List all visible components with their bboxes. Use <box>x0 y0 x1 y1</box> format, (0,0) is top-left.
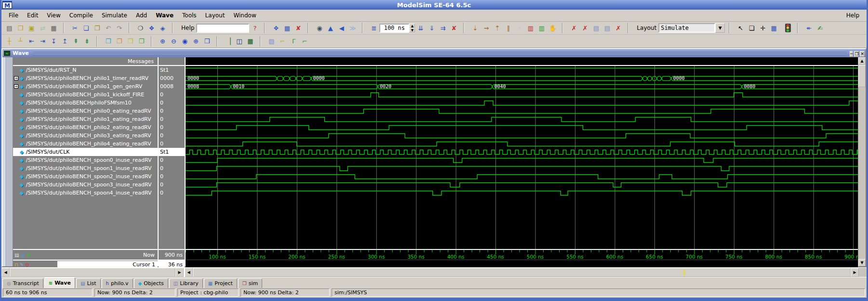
menu-item-layout[interactable]: Layout <box>201 11 229 20</box>
tab-wave[interactable]: ≋Wave <box>44 277 75 288</box>
zoom-full-icon[interactable]: ◉ <box>179 36 190 47</box>
compile-all-icon[interactable]: ▩ <box>281 23 293 34</box>
signal-row[interactable]: ◆/SIMSYS/dut/CLK <box>13 148 158 156</box>
title-bar[interactable]: M ModelSim SE-64 6.5c <box>1 0 867 10</box>
add-cursor-icon[interactable]: ┼ <box>4 36 15 47</box>
prev-transition-icon[interactable]: ⇤ <box>26 36 37 47</box>
signal-row[interactable]: ◆/SIMSYS/dut/philoBENCH_spoon2_inuse_rea… <box>13 172 158 181</box>
profile-icon[interactable]: ▥ <box>525 23 536 34</box>
zoom-mode-icon[interactable]: ❏ <box>746 23 757 34</box>
step-pause-icon[interactable]: ∥ <box>503 23 514 34</box>
find-signal-icon[interactable]: ❐ <box>103 36 114 47</box>
layout-select[interactable]: Simulate <box>658 23 715 33</box>
run-continue-icon[interactable]: ⇓ <box>426 23 437 34</box>
kill-all-icon[interactable]: ✗ <box>613 23 624 34</box>
prev-falling-edge-icon[interactable]: ↧ <box>48 36 59 47</box>
wave-vertical-scrollbar[interactable]: ▲ ▼ <box>858 57 866 266</box>
tab-library[interactable]: ◫Library <box>169 278 203 288</box>
signal-row[interactable]: ◆/SIMSYS/dut/philoBENCH_spoon4_inuse_rea… <box>13 189 158 197</box>
restart-icon[interactable]: ▲ <box>325 23 336 34</box>
print-icon[interactable]: ▦ <box>48 23 59 34</box>
zoom-last-icon[interactable]: ▥ <box>20 252 25 258</box>
names-scroll-right-icon[interactable]: ▶ <box>175 268 184 277</box>
scroll-down-icon[interactable]: ▼ <box>858 259 866 266</box>
kill-left-icon[interactable]: ✗ <box>568 23 579 34</box>
open-folder-icon[interactable]: ❒ <box>15 23 26 34</box>
collapse-time-icon[interactable]: Γ <box>288 36 299 47</box>
memory-pattern-icon[interactable]: ▨ <box>266 36 277 47</box>
names-scroll-left-icon[interactable]: ◀ <box>1 268 10 277</box>
run-length-input[interactable] <box>379 24 409 33</box>
dual-window-icon[interactable]: ◫ <box>234 36 245 47</box>
waveform-canvas[interactable]: 00000000000000080010002000400080 <box>186 66 858 249</box>
panel-close-button[interactable]: ✕ <box>860 51 865 57</box>
timeline-ruler[interactable]: 100 ns150 ns200 ns250 ns300 ns350 ns400 … <box>186 249 858 260</box>
signal-row[interactable]: ◆/SIMSYS/dut/philoBENCH_spoon3_inuse_rea… <box>13 181 158 189</box>
signal-row[interactable]: ◆/SIMSYS/dut/philoBENCH_philo2_eating_re… <box>13 123 158 131</box>
delete-cursor-small-icon[interactable]: ⊖ <box>25 262 29 267</box>
names-scrollbar[interactable]: ◀ ▶ <box>1 268 185 277</box>
zoom-full-small-icon[interactable]: ⊕ <box>27 252 30 258</box>
menu-item-file[interactable]: File <box>4 11 23 20</box>
search-reverse-icon[interactable]: ❐ <box>136 36 147 47</box>
zoom-in-icon[interactable]: ⊕ <box>157 36 168 47</box>
run-length-icon[interactable]: ≣ <box>368 23 379 34</box>
signal-row[interactable]: ◆/SIMSYS/dut/RST_N <box>13 66 158 74</box>
save-format-icon[interactable]: ▤ <box>14 252 19 258</box>
expand-icon[interactable]: + <box>14 84 18 89</box>
prev-rising-edge-icon[interactable]: ⇞ <box>70 36 81 47</box>
wave-scroll-thumb[interactable] <box>193 268 851 277</box>
panel-minimize-button[interactable]: ─ <box>850 51 853 57</box>
scroll-up-icon[interactable]: ▲ <box>858 57 866 65</box>
single-window-icon[interactable]: ▕ <box>223 36 234 47</box>
stop-icon[interactable]: ✕ <box>514 23 525 34</box>
menu-item-add[interactable]: Add <box>132 11 151 20</box>
filter-b-icon[interactable]: ▤ <box>601 23 613 34</box>
menu-item-wave[interactable]: Wave <box>151 11 178 20</box>
signal-row[interactable]: ◆/SIMSYS/dut/philoBENCH_philo1_eating_re… <box>13 115 158 123</box>
paste-icon[interactable]: ❐ <box>92 23 103 34</box>
find-value-icon[interactable]: ❐ <box>114 36 125 47</box>
delete-cursor-icon[interactable]: ┴ <box>15 36 26 47</box>
expand-time-icon[interactable]: ⌐ <box>277 36 288 47</box>
break-icon[interactable]: ✘ <box>448 23 459 34</box>
menu-item-view[interactable]: View <box>42 11 65 20</box>
save-icon[interactable]: ▣ <box>26 23 37 34</box>
new-document-icon[interactable]: ▤ <box>4 23 15 34</box>
continue-icon[interactable]: ≫ <box>347 23 358 34</box>
signal-row[interactable]: ◆/SIMSYS/dut/philoBENCH_philo0_eating_re… <box>13 107 158 115</box>
menu-item-edit[interactable]: Edit <box>23 11 42 20</box>
step-back-icon[interactable]: ◀ <box>336 23 347 34</box>
toggle-leaf-icon[interactable]: ⌐ <box>299 36 310 47</box>
signal-row[interactable]: ◆/SIMSYS/dut/philoBENCH_philo3_eating_re… <box>13 131 158 140</box>
signal-row[interactable]: ◆/SIMSYS/dut/philoBENCH_spoon0_inuse_rea… <box>13 156 158 164</box>
kill-right-icon[interactable]: ✗ <box>579 23 590 34</box>
annotate-icon[interactable]: ✍ <box>815 23 826 34</box>
traffic-light-icon[interactable] <box>782 23 793 34</box>
menu-item-help[interactable]: Help <box>842 11 864 20</box>
collapse-tree-icon[interactable]: ◈ <box>157 23 168 34</box>
panel-dock-handle[interactable] <box>2 57 13 266</box>
help-find-icon[interactable]: ? <box>249 23 260 34</box>
next-transition-icon[interactable]: ⇥ <box>37 36 48 47</box>
lock-cursor-icon[interactable]: ⊓ <box>14 262 18 267</box>
next-rising-edge-icon[interactable]: ⇟ <box>81 36 93 47</box>
signal-row[interactable]: ◆/SIMSYS/dut/philoBENCH_philo1_kickoff_F… <box>13 91 158 99</box>
zoom-cursor-icon[interactable]: ⊕ <box>190 36 201 47</box>
layout-dropdown-icon[interactable]: ▼ <box>715 23 725 33</box>
signal-row[interactable]: +◆/SIMSYS/dut/philoBENCH_philo1_timer_re… <box>13 74 158 82</box>
expand-icon[interactable]: + <box>14 76 18 80</box>
tab-list[interactable]: ▤List <box>76 278 101 288</box>
simulate-icon[interactable]: ◉ <box>314 23 325 34</box>
signal-row[interactable]: ◆/SIMSYS/dut/philoBENCHphiloFSMfsm10 <box>13 99 158 107</box>
help-search-input[interactable] <box>196 24 249 33</box>
step-into-icon[interactable]: ⇣ <box>469 23 481 34</box>
compile-clear-icon[interactable]: ✘ <box>293 23 304 34</box>
redo-icon[interactable]: ↷ <box>114 23 125 34</box>
multi-window-icon[interactable]: ▦ <box>245 36 256 47</box>
vertical-scroll-thumb[interactable] <box>858 65 866 87</box>
menu-item-window[interactable]: Window <box>229 11 260 20</box>
tab-sim[interactable]: ❐sim <box>238 278 262 288</box>
names-scroll-thumb[interactable] <box>10 268 175 277</box>
signal-row[interactable]: ◆/SIMSYS/dut/philoBENCH_philo4_eating_re… <box>13 140 158 148</box>
